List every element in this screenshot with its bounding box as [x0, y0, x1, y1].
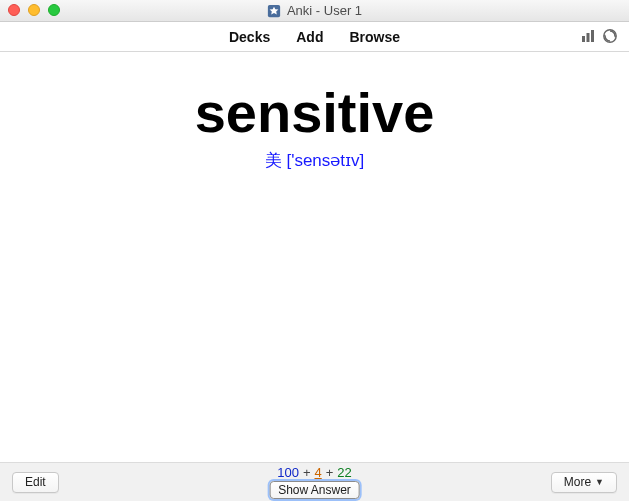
menu-browse[interactable]: Browse	[349, 29, 400, 45]
top-menu: Decks Add Browse	[0, 22, 629, 52]
flashcard-area: sensitive 美 ['sensətɪv]	[0, 52, 629, 463]
menu-add[interactable]: Add	[296, 29, 323, 45]
chevron-down-icon: ▼	[595, 477, 604, 487]
edit-button[interactable]: Edit	[12, 472, 59, 493]
close-icon[interactable]	[8, 4, 20, 16]
zoom-icon[interactable]	[48, 4, 60, 16]
stats-icon[interactable]	[579, 27, 597, 45]
more-button[interactable]: More ▼	[551, 472, 617, 493]
count-sep-2: +	[326, 465, 334, 480]
window-titlebar: Anki - User 1	[0, 0, 629, 22]
window-controls	[8, 4, 60, 16]
edit-button-label: Edit	[25, 475, 46, 489]
minimize-icon[interactable]	[28, 4, 40, 16]
more-button-label: More	[564, 475, 591, 489]
app-icon	[267, 4, 281, 18]
due-counts: 100 + 4 + 22	[277, 465, 352, 480]
window-title: Anki - User 1	[267, 3, 362, 18]
svg-rect-4	[591, 30, 594, 42]
bottom-toolbar: Edit 100 + 4 + 22 Show Answer More ▼	[0, 463, 629, 501]
show-answer-button[interactable]: Show Answer	[269, 481, 360, 499]
svg-rect-3	[587, 33, 590, 42]
window-title-text: Anki - User 1	[287, 3, 362, 18]
menu-decks[interactable]: Decks	[229, 29, 270, 45]
center-controls: 100 + 4 + 22 Show Answer	[269, 463, 360, 501]
count-review: 22	[337, 465, 351, 480]
count-learning: 4	[314, 465, 321, 480]
show-answer-label: Show Answer	[278, 483, 351, 497]
count-new: 100	[277, 465, 299, 480]
count-sep-1: +	[303, 465, 311, 480]
svg-rect-2	[582, 36, 585, 42]
card-front-text: sensitive	[195, 80, 435, 145]
card-pronunciation: 美 ['sensətɪv]	[265, 149, 365, 172]
sync-icon[interactable]	[601, 27, 619, 45]
